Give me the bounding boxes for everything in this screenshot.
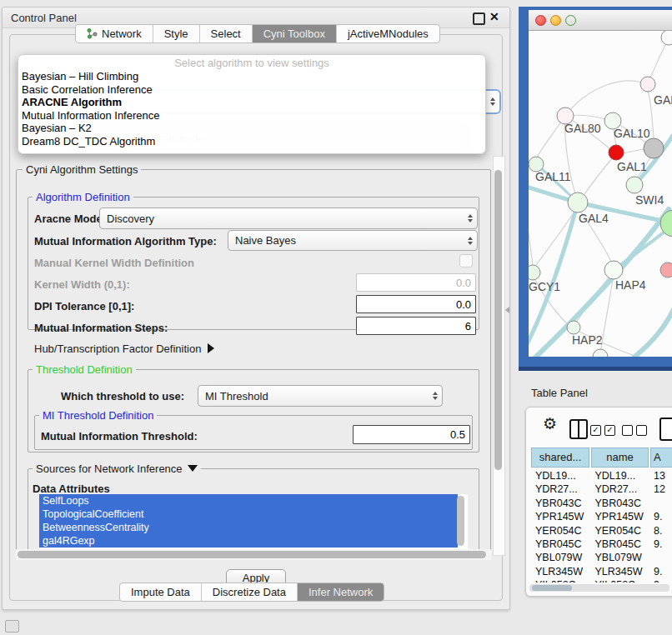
tab-label: Style [164, 28, 188, 40]
network-node-hap2[interactable] [567, 321, 580, 334]
table-cell: YIL052C [590, 578, 649, 582]
network-canvas[interactable]: GALGAL80GAL10GAL1SWI4GAL11GAL4GCY1HAP4YH… [529, 31, 672, 357]
which-threshold-select[interactable]: MI Threshold [198, 385, 443, 407]
node-label: GAL1 [617, 160, 647, 173]
algorithm-option[interactable]: Mutual Information Inference [18, 109, 485, 122]
tab-label: Impute Data [131, 586, 190, 598]
deselect-all-checkboxes-icon[interactable] [622, 425, 647, 436]
scrollbar-thumb[interactable] [18, 551, 486, 558]
table-row[interactable]: YPR145WYPR145W9. [531, 510, 672, 523]
network-edge-highlighted[interactable] [614, 226, 672, 270]
sources-group-title: Sources for Network Inference [33, 462, 201, 475]
table-cell: 9. [649, 578, 672, 582]
tab-label: Cyni Toolbox [263, 28, 325, 40]
network-edge[interactable] [623, 149, 644, 153]
table-row[interactable]: YER054CYER054C8. [531, 524, 672, 538]
attributes-scrollbar[interactable] [457, 496, 464, 546]
tab-impute-data[interactable]: Impute Data [120, 583, 202, 601]
node-label: GAL10 [614, 127, 650, 140]
hub-expander[interactable]: Hub/Transcription Factor Definition [34, 342, 214, 355]
attribute-item[interactable]: BetweennessCentrality [39, 521, 458, 534]
network-node-gal[interactable] [640, 77, 655, 92]
algorithm-option[interactable]: Basic Correlation Inference [18, 83, 485, 97]
minimized-panel-icon[interactable] [5, 620, 19, 632]
table-cell: 13 [649, 469, 672, 482]
minimize-traffic-light-icon[interactable] [550, 15, 561, 26]
scrollbar-thumb[interactable] [494, 170, 502, 470]
algorithm-option[interactable]: Bayesian – Hill Climbing [18, 70, 485, 83]
table-row[interactable]: YBR045CYBR045C9. [531, 538, 672, 551]
column-header[interactable]: name [591, 448, 649, 468]
mi-threshold-input[interactable] [353, 425, 470, 444]
table-row[interactable]: YLR345WYLR345W9. [531, 565, 672, 578]
network-node[interactable] [661, 31, 672, 45]
close-icon[interactable]: ✕ [489, 10, 499, 23]
table-cell: YPR145W [590, 510, 649, 523]
tab-infer-network[interactable]: Infer Network [298, 583, 384, 601]
attribute-item[interactable]: gal4RGexp [39, 534, 458, 548]
float-panel-icon[interactable] [473, 12, 485, 25]
network-edge-highlighted[interactable] [634, 306, 672, 357]
aracne-mode-select[interactable]: Discovery [99, 208, 478, 229]
table-cell: YBL079W [531, 551, 590, 564]
table-horizontal-scrollbar[interactable] [529, 584, 669, 592]
network-node-hap4[interactable] [604, 261, 623, 279]
close-traffic-light-icon[interactable] [535, 15, 546, 26]
mi-type-value: Naive Bayes [228, 234, 464, 247]
table-row[interactable]: YIL052CYIL052C9. [531, 578, 672, 582]
table-row[interactable]: YBR043CYBR043C [531, 497, 672, 510]
settings-horizontal-scrollbar[interactable] [16, 549, 491, 560]
scrollbar-thumb[interactable] [532, 585, 572, 591]
table-cell: YIL052C [531, 578, 590, 582]
column-layout-icon[interactable] [569, 419, 588, 439]
network-node-gal1[interactable] [609, 145, 624, 160]
control-panel: Control Panel ✕ galFiltered.sif default … [2, 7, 510, 610]
table-row[interactable]: YDL19...YDL19...13 [531, 469, 672, 482]
mi-steps-input[interactable] [356, 317, 476, 335]
network-node[interactable] [593, 349, 608, 357]
cyni-settings-group-title: Cyni Algorithm Settings [23, 163, 141, 176]
algorithm-option[interactable]: Dream8 DC_TDC Algorithm [18, 135, 485, 148]
column-header[interactable]: A [650, 448, 672, 468]
select-all-checkboxes-icon[interactable]: ✓✓ [590, 425, 615, 436]
table-row[interactable]: YBL079WYBL079W [531, 551, 672, 564]
algorithm-option[interactable]: ARACNE Algorithm [18, 96, 485, 109]
tab-cyni-toolbox[interactable]: Cyni Toolbox [253, 25, 337, 42]
tab-discretize-data[interactable]: Discretize Data [202, 583, 298, 601]
network-edge[interactable] [565, 81, 648, 116]
node-label: GAL80 [564, 122, 601, 135]
tab-select[interactable]: Select [200, 25, 253, 42]
settings-vertical-scrollbar[interactable] [493, 156, 505, 556]
attribute-item[interactable]: TopologicalCoefficient [39, 508, 458, 521]
node-label: GAL [654, 93, 672, 107]
network-node-gal4[interactable] [568, 192, 588, 212]
data-attributes-list: SelfLoopsTopologicalCoefficientBetweenne… [39, 494, 468, 549]
dpi-tolerance-input[interactable] [356, 295, 476, 313]
network-edge[interactable] [529, 232, 533, 265]
tab-jactivemnodules[interactable]: jActiveMNodules [337, 25, 439, 42]
zoom-traffic-light-icon[interactable] [565, 15, 576, 26]
kernel-width-label: Kernel Width (0,1): [34, 278, 130, 291]
column-header[interactable]: shared... [531, 448, 589, 468]
manual-kernel-checkbox[interactable] [459, 254, 473, 268]
table-cell: 8. [649, 524, 672, 538]
table-function-icon[interactable] [659, 418, 672, 441]
splitter-collapse-icon[interactable] [505, 307, 509, 313]
settings-scroll-viewport: Cyni Algorithm Settings Algorithm Defini… [14, 156, 493, 554]
attribute-item[interactable]: SelfLoops [39, 494, 458, 508]
network-edge[interactable] [584, 158, 612, 194]
table-row[interactable]: YDR27...YDR27...12 [531, 482, 672, 496]
network-node[interactable] [644, 138, 664, 158]
gear-icon[interactable]: ⚙ [543, 416, 557, 432]
algorithm-option[interactable]: Bayesian – K2 [18, 122, 485, 135]
tab-style[interactable]: Style [153, 25, 200, 42]
network-node-swi4[interactable] [626, 177, 643, 193]
tab-network[interactable]: Network [76, 25, 153, 42]
mi-type-select[interactable]: Naive Bayes [228, 230, 478, 251]
kernel-width-input[interactable] [356, 273, 476, 292]
network-node-y[interactable] [660, 262, 672, 278]
manual-kernel-label: Manual Kernel Width Definition [34, 257, 194, 269]
application-window: Control Panel ✕ galFiltered.sif default … [0, 0, 672, 635]
table-cell: YBR045C [590, 538, 649, 551]
network-node-gcy1[interactable] [529, 265, 540, 280]
